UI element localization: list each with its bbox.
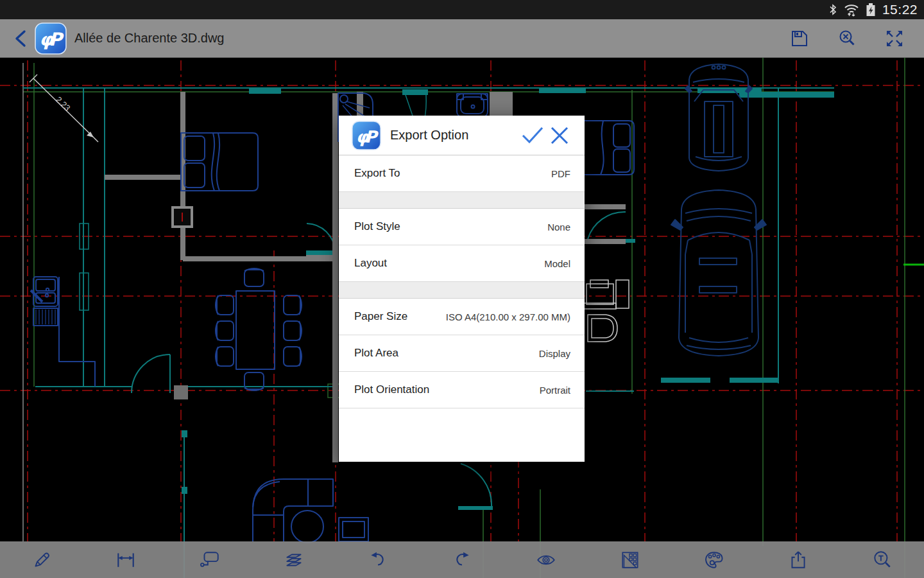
row-export-to[interactable]: Export To PDF xyxy=(339,155,585,192)
desk-appliances xyxy=(584,280,629,342)
row-label: Plot Orientation xyxy=(354,383,429,396)
section-divider xyxy=(339,282,585,299)
share-icon xyxy=(787,549,809,571)
bottom-toolbar xyxy=(0,541,924,578)
car-compact xyxy=(685,64,752,171)
row-value: ISO A4(210.00 x 297.00 MM) xyxy=(446,311,570,322)
bluetooth-icon xyxy=(828,3,837,16)
blocks-button[interactable] xyxy=(616,546,644,574)
document-title: Allée de Charente 3D.dwg xyxy=(74,31,224,46)
row-label: Plot Area xyxy=(354,347,398,360)
appbar-actions xyxy=(785,24,909,53)
annotate-button[interactable] xyxy=(196,546,224,574)
row-label: Plot Style xyxy=(354,220,400,233)
row-value: Portrait xyxy=(540,385,570,396)
layers-icon xyxy=(283,549,305,571)
dialog-header: φP Export Option xyxy=(339,116,585,155)
find-text-button[interactable] xyxy=(868,546,896,574)
layers-button[interactable] xyxy=(280,546,308,574)
draw-button[interactable] xyxy=(28,546,56,574)
dining-table xyxy=(216,268,302,390)
colors-button[interactable] xyxy=(700,546,728,574)
callout-icon xyxy=(199,549,221,571)
back-button[interactable] xyxy=(6,24,35,53)
battery-charging-icon xyxy=(866,2,876,17)
close-icon xyxy=(549,125,570,146)
confirm-button[interactable] xyxy=(519,122,546,149)
row-layout[interactable]: Layout Model xyxy=(339,245,585,282)
view-button[interactable] xyxy=(532,546,560,574)
row-value: PDF xyxy=(551,168,570,179)
pencil-icon xyxy=(31,549,53,571)
row-plot-area[interactable]: Plot Area Display xyxy=(339,335,585,372)
zoom-extents-icon xyxy=(837,28,857,49)
redo-button[interactable] xyxy=(448,546,476,574)
zoom-extents-button[interactable] xyxy=(833,24,861,53)
redo-icon xyxy=(451,549,473,571)
bed-right xyxy=(576,121,634,175)
close-button[interactable] xyxy=(546,122,573,149)
kitchen-sink xyxy=(31,277,95,387)
confirm-icon xyxy=(521,126,544,145)
save-button[interactable] xyxy=(785,24,814,53)
row-plot-orientation[interactable]: Plot Orientation Portrait xyxy=(339,372,585,408)
row-label: Layout xyxy=(354,257,387,270)
row-plot-style[interactable]: Plot Style None xyxy=(339,209,585,245)
row-value: Display xyxy=(539,348,570,359)
fullscreen-button[interactable] xyxy=(880,24,909,53)
app-logo: φP xyxy=(35,22,67,55)
dimension-icon xyxy=(115,549,137,571)
status-bar: 15:22 xyxy=(0,0,924,19)
bed-left xyxy=(181,133,258,191)
sofa-corner xyxy=(253,479,368,543)
eye-icon xyxy=(535,549,557,571)
dimension-text: 2.23 xyxy=(54,94,73,112)
row-value: None xyxy=(547,222,570,232)
find-text-icon xyxy=(871,549,893,571)
toilet xyxy=(457,94,488,117)
row-label: Export To xyxy=(354,167,400,180)
screen: 15:22 φP Allée de Charente 3D.dwg xyxy=(0,0,924,578)
blocks-icon xyxy=(619,549,641,571)
app-toolbar: φP Allée de Charente 3D.dwg xyxy=(0,19,924,58)
fullscreen-icon xyxy=(884,28,905,49)
row-value: Model xyxy=(544,258,570,269)
app-logo: φP xyxy=(352,121,381,150)
measure-button[interactable] xyxy=(112,546,140,574)
row-paper-size[interactable]: Paper Size ISO A4(210.00 x 297.00 MM) xyxy=(339,299,585,335)
wifi-icon xyxy=(844,3,859,17)
dialog-title: Export Option xyxy=(390,128,519,143)
back-icon xyxy=(13,29,28,48)
undo-icon xyxy=(367,549,389,571)
section-divider xyxy=(339,192,585,209)
clock: 15:22 xyxy=(882,2,918,17)
row-label: Paper Size xyxy=(354,310,407,323)
save-icon xyxy=(789,28,810,49)
dialog-filler xyxy=(339,408,585,462)
wall-junction-box xyxy=(173,207,192,227)
export-share-button[interactable] xyxy=(784,546,812,574)
export-option-dialog: φP Export Option Export To PDF Plot Styl… xyxy=(339,116,585,462)
car-suv xyxy=(671,190,766,356)
palette-icon xyxy=(703,549,725,571)
undo-button[interactable] xyxy=(364,546,392,574)
dimension-annotation: 2.23 xyxy=(30,74,98,142)
